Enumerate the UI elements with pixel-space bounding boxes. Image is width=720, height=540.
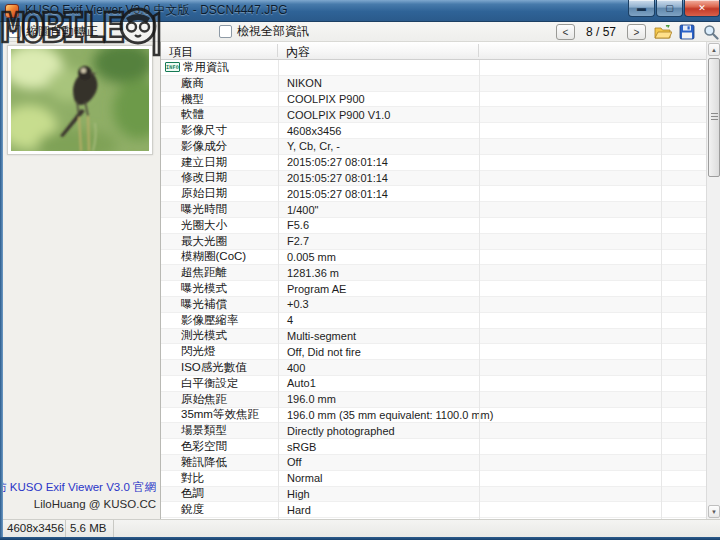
row-value: F2.7 [278,235,309,247]
row-label: 原始焦距 [161,392,278,407]
photo-thumbnail[interactable] [7,45,153,155]
next-image-button[interactable]: > [627,24,646,40]
row-value: High [278,488,310,500]
autorotate-checkbox-group[interactable]: ✓ 縮圖自動轉正 [8,23,98,40]
table-group-row[interactable]: INFO常用資訊 [161,60,720,76]
table-row[interactable]: 曝光時間1/400" [161,202,720,218]
column-header-item[interactable]: 項目 [161,42,278,59]
table-row[interactable]: 模糊圈(CoC)0.005 mm [161,250,720,266]
table-row[interactable]: 超焦距離1281.36 m [161,265,720,281]
status-dimensions: 4608x3456 [3,520,66,537]
row-value: Auto1 [278,377,316,389]
row-value: COOLPIX P900 [278,93,365,105]
row-label: 影像尺寸 [161,123,278,138]
autorotate-label: 縮圖自動轉正 [26,23,98,40]
table-row[interactable]: 場景類型Directly photographed [161,423,720,439]
table-header: 項目 內容 [161,42,720,60]
app-window: KUSO Exif Viewer V3.0 中文版 - DSCN4447.JPG… [0,0,720,540]
author-credit: LiloHuang @ KUSO.CC [34,498,156,510]
table-row[interactable]: 白平衡設定Auto1 [161,376,720,392]
row-value: NIKON [278,77,322,89]
row-label: 光圈大小 [161,218,278,233]
toolbar: ✓ 縮圖自動轉正 檢視全部資訊 < 8 / 57 > [3,22,720,42]
table-row[interactable]: 雜訊降低Off [161,455,720,471]
scroll-up-icon[interactable]: ▲ [708,43,720,56]
row-value: 196.0 mm [278,393,336,405]
status-filesize: 5.6 MB [66,520,114,537]
viewall-checkbox-group[interactable]: 檢視全部資訊 [219,23,309,40]
row-label: 35mm等效焦距 [161,407,278,422]
table-row[interactable]: 銳度Hard [161,502,720,518]
table-row[interactable]: 原始焦距196.0 mm [161,392,720,408]
scroll-down-icon[interactable]: ▼ [708,505,720,518]
row-label: 曝光補償 [161,297,278,312]
table-row[interactable]: 影像尺寸4608x3456 [161,123,720,139]
row-label: 對比 [161,471,278,486]
row-label: 色彩空間 [161,439,278,454]
vertical-scrollbar[interactable]: ▲ ▼ [706,42,720,519]
table-row[interactable]: 色彩空間sRGB [161,439,720,455]
table-row[interactable]: 機型COOLPIX P900 [161,92,720,108]
minimize-button[interactable]: ▬ [628,0,655,17]
save-icon[interactable] [677,23,696,41]
status-spacer [114,520,720,537]
window-controls: ▬ ▢ ✕ [627,0,720,17]
row-value: Directly photographed [278,425,395,437]
file-navigation: < 8 / 57 > [556,24,646,40]
official-site-link[interactable]: 拜訪 KUSO Exif Viewer V3.0 官網 [0,480,156,495]
row-value: F5.6 [278,219,309,231]
row-label: 色調 [161,486,278,501]
exif-table: 項目 內容 INFO常用資訊廠商NIKON機型COOLPIX P900軟體COO… [161,42,720,519]
maximize-button[interactable]: ▢ [656,0,683,17]
autorotate-checkbox[interactable]: ✓ [8,25,21,38]
status-bar: 4608x3456 5.6 MB [3,519,720,537]
table-row[interactable]: 影像壓縮率4 [161,313,720,329]
table-row[interactable]: 影像成分Y, Cb, Cr, - [161,139,720,155]
row-label: 最大光圈 [161,234,278,249]
row-label: INFO常用資訊 [161,60,278,75]
row-label: ISO感光數值 [161,360,278,375]
row-value: 400 [278,362,305,374]
scrollbar-thumb[interactable] [708,58,720,177]
title-bar[interactable]: KUSO Exif Viewer V3.0 中文版 - DSCN4447.JPG… [0,0,720,22]
table-row[interactable]: 閃光燈Off, Did not fire [161,344,720,360]
row-value: Hard [278,504,311,516]
row-label: 影像壓縮率 [161,313,278,328]
close-button[interactable]: ✕ [684,0,720,17]
row-value: 196.0 mm (35 mm equivalent: 1100.0 mm) [278,409,493,421]
info-group-icon: INFO [165,62,180,72]
window-title: KUSO Exif Viewer V3.0 中文版 - DSCN4447.JPG [25,2,288,19]
table-row[interactable]: 修改日期2015:05:27 08:01:14 [161,171,720,187]
viewall-checkbox[interactable] [219,25,232,38]
table-row[interactable]: 色調High [161,487,720,503]
row-label: 軟體 [161,107,278,122]
table-row[interactable]: 曝光模式Program AE [161,281,720,297]
open-folder-icon[interactable] [653,23,672,41]
table-row[interactable]: 35mm等效焦距196.0 mm (35 mm equivalent: 1100… [161,408,720,424]
table-row[interactable]: 原始日期2015:05:27 08:01:14 [161,186,720,202]
row-value: Multi-segment [278,330,356,342]
table-row[interactable]: 對比Normal [161,471,720,487]
table-row[interactable]: 曝光補償+0.3 [161,297,720,313]
row-value: Normal [278,472,322,484]
row-value: 1281.36 m [278,267,339,279]
row-value: COOLPIX P900 V1.0 [278,109,390,121]
prev-image-button[interactable]: < [556,24,575,40]
table-row[interactable]: 光圈大小F5.6 [161,218,720,234]
table-row[interactable]: 最大光圈F2.7 [161,234,720,250]
magnifier-icon[interactable] [701,23,720,41]
left-panel: 拜訪 KUSO Exif Viewer V3.0 官網 LiloHuang @ … [3,42,160,519]
row-value: 0.005 mm [278,251,336,263]
row-label: 建立日期 [161,155,278,170]
image-counter: 8 / 57 [575,25,627,39]
row-label: 原始日期 [161,186,278,201]
table-rows: INFO常用資訊廠商NIKON機型COOLPIX P900軟體COOLPIX P… [161,60,720,519]
table-row[interactable]: 廠商NIKON [161,76,720,92]
column-header-content[interactable]: 內容 [278,42,479,59]
table-row[interactable]: 軟體COOLPIX P900 V1.0 [161,107,720,123]
viewall-label: 檢視全部資訊 [237,23,309,40]
table-row[interactable]: 測光模式Multi-segment [161,329,720,345]
row-value: Off [278,456,301,468]
table-row[interactable]: ISO感光數值400 [161,360,720,376]
table-row[interactable]: 建立日期2015:05:27 08:01:14 [161,155,720,171]
